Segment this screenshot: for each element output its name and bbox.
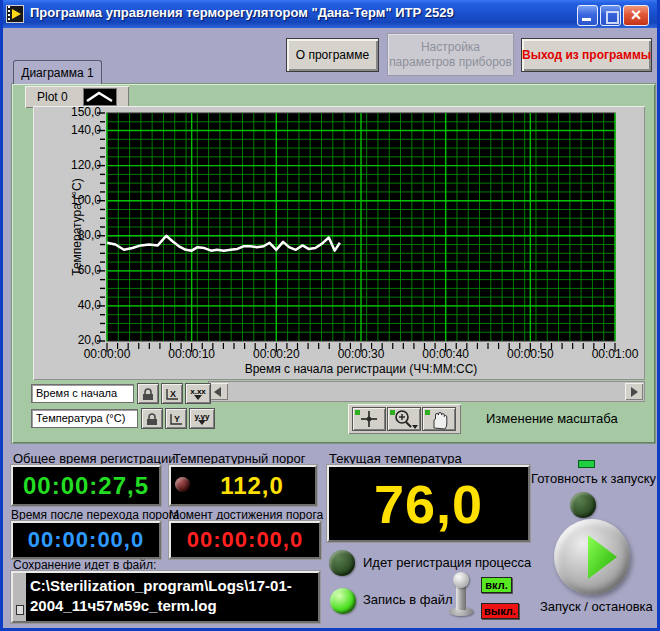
chevron-down-icon bbox=[194, 395, 202, 400]
log-file-path-line2: 2004_11ч57м59с_term.log bbox=[30, 596, 316, 616]
write-file-label: Запись в файл bbox=[363, 592, 453, 607]
chart-x-scrollbar[interactable] bbox=[208, 381, 645, 402]
save-file-label: Сохранение идет в файл: bbox=[13, 558, 156, 572]
y-tick-label: 40,0 bbox=[78, 298, 101, 312]
y-tick-label: 100,0 bbox=[71, 193, 101, 207]
scroll-right-button[interactable] bbox=[625, 383, 643, 400]
exit-button[interactable]: Выход из программы bbox=[521, 38, 652, 72]
x-scale-name-box[interactable]: Время с начала bbox=[31, 384, 134, 403]
y-autoscale-button[interactable]: Y bbox=[165, 408, 187, 429]
toggle-knob[interactable] bbox=[453, 572, 469, 588]
maximize-button[interactable] bbox=[600, 5, 621, 26]
svg-text:X: X bbox=[170, 389, 176, 399]
threshold-moment-label: Момент достижения порога bbox=[169, 508, 323, 522]
threshold-led bbox=[175, 477, 190, 492]
y-tick-label: 150,0 bbox=[71, 105, 101, 119]
app-window: Программа управления терморегулятором "Д… bbox=[0, 0, 660, 631]
recording-led bbox=[329, 550, 355, 576]
labview-app-icon bbox=[6, 5, 24, 23]
minimize-button[interactable] bbox=[577, 5, 598, 26]
y-tick-label: 60,0 bbox=[78, 263, 101, 277]
title-bar[interactable]: Программа управления терморегулятором "Д… bbox=[0, 0, 660, 28]
current-temp-display: 76,0 bbox=[327, 465, 530, 542]
about-button[interactable]: О программе bbox=[286, 38, 379, 72]
start-stop-label: Запуск / остановка bbox=[540, 599, 653, 614]
x-axis-icon: X bbox=[164, 386, 180, 402]
x-tick-label: 00:00:40 bbox=[411, 347, 481, 361]
active-dot bbox=[355, 410, 360, 415]
x-tick-label: 00:00:10 bbox=[157, 347, 227, 361]
tab-diagram-1[interactable]: Диаграмма 1 bbox=[13, 60, 102, 84]
x-format-label: x.xx bbox=[190, 388, 206, 395]
window-title: Программа управления терморегулятором "Д… bbox=[30, 5, 454, 20]
start-stop-button[interactable] bbox=[554, 519, 630, 595]
zoom-palette-label: Изменение масштаба bbox=[486, 411, 618, 426]
y-axis-icon: Y bbox=[168, 411, 184, 427]
svg-text:Y: Y bbox=[174, 414, 180, 424]
x-tick-label: 00:00:50 bbox=[495, 347, 565, 361]
switch-on-label: вкл. bbox=[481, 577, 512, 593]
write-file-toggle[interactable] bbox=[447, 572, 475, 616]
lock-icon bbox=[144, 411, 160, 427]
time-after-threshold-display: 00:00:00,0 bbox=[11, 521, 161, 559]
y-format-label: y.yy bbox=[195, 413, 210, 420]
log-file-path-box[interactable]: C:\Sterilization_program\Logs\17-01- 200… bbox=[11, 571, 320, 623]
threshold-display[interactable]: 112,0 bbox=[169, 465, 317, 506]
switch-off-label: выкл. bbox=[481, 603, 519, 619]
zoom-tool-button[interactable] bbox=[387, 407, 421, 431]
status-green-bar bbox=[578, 460, 595, 468]
recording-label: Идет регистрация процесса bbox=[363, 555, 531, 570]
ready-led bbox=[570, 492, 596, 518]
cursor-tool-button[interactable] bbox=[352, 407, 386, 431]
write-file-led bbox=[330, 588, 356, 614]
log-file-path: C:\Sterilization_program\Logs\17-01- 200… bbox=[26, 573, 318, 621]
y-tick-label: 20,0 bbox=[78, 333, 101, 347]
threshold-moment-display: 00:00:00,0 bbox=[169, 521, 321, 559]
y-format-button[interactable]: y.yy bbox=[189, 408, 215, 429]
y-scale-lock-button[interactable] bbox=[141, 408, 163, 429]
ready-label: Готовность к запуску bbox=[531, 471, 656, 486]
x-scale-lock-button[interactable] bbox=[137, 383, 159, 404]
graph-tools-palette bbox=[348, 404, 461, 434]
left-arrow-icon bbox=[214, 387, 221, 397]
x-format-button[interactable]: x.xx bbox=[185, 383, 211, 404]
close-button[interactable] bbox=[623, 5, 649, 26]
y-tick-label: 120,0 bbox=[71, 158, 101, 172]
time-after-threshold-label: Время после перехода порога bbox=[11, 508, 179, 522]
x-axis-title: Время с начала регистрации (ЧЧ:ММ:СС) bbox=[107, 362, 615, 376]
current-temp-label: Текущая температура bbox=[329, 451, 462, 466]
x-tick-label: 00:00:00 bbox=[72, 347, 142, 361]
y-scale-name-box[interactable]: Температура (°C) bbox=[31, 409, 138, 428]
play-icon bbox=[554, 519, 630, 595]
x-tick-label: 00:01:00 bbox=[580, 347, 650, 361]
y-tick-label: 140,0 bbox=[71, 123, 101, 137]
active-dot bbox=[425, 410, 430, 415]
x-tick-label: 00:00:20 bbox=[241, 347, 311, 361]
y-tick-label: 80,0 bbox=[78, 228, 101, 242]
pan-tool-button[interactable] bbox=[422, 407, 456, 431]
file-path-grip-icon bbox=[13, 573, 26, 621]
total-time-label: Общее время регистрации bbox=[13, 451, 175, 466]
plot-line-style-icon bbox=[83, 88, 117, 106]
waveform-chart[interactable]: Температура (°C) Время с начала регистра… bbox=[33, 106, 645, 380]
x-tick-label: 00:00:30 bbox=[326, 347, 396, 361]
log-file-path-line1: C:\Sterilization_program\Logs\17-01- bbox=[30, 576, 316, 596]
scroll-left-button[interactable] bbox=[210, 383, 228, 400]
plot-legend-label: Plot 0 bbox=[37, 90, 68, 104]
chevron-down-icon bbox=[198, 420, 206, 425]
active-dot bbox=[390, 410, 395, 415]
right-arrow-icon bbox=[631, 387, 638, 397]
chart-canvas bbox=[33, 106, 645, 380]
lock-icon bbox=[140, 386, 156, 402]
device-settings-button: Настройка параметров приборов bbox=[387, 33, 514, 76]
threshold-label: Температурный порог bbox=[173, 451, 305, 466]
total-time-display: 00:00:27,5 bbox=[11, 465, 161, 506]
x-autoscale-button[interactable]: X bbox=[161, 383, 183, 404]
